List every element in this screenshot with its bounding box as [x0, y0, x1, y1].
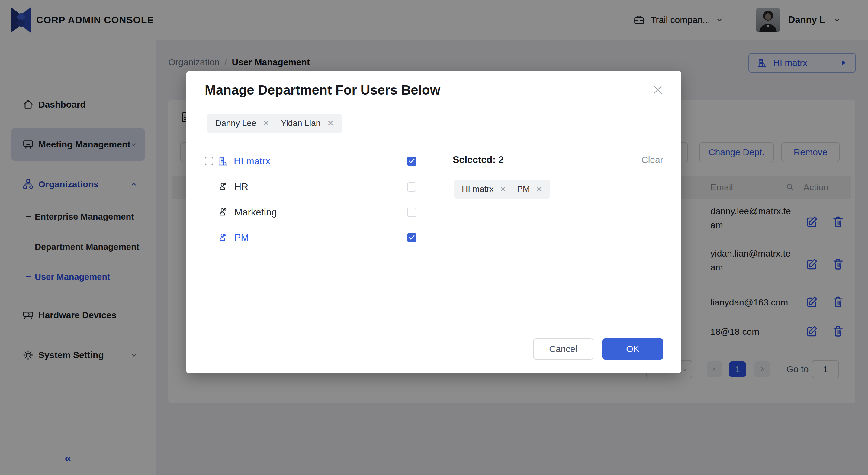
- close-icon[interactable]: [651, 83, 664, 96]
- remove-chip-icon[interactable]: ✕: [500, 185, 506, 194]
- tree-node-pm[interactable]: PM: [218, 229, 249, 246]
- remove-chip-icon[interactable]: ✕: [263, 119, 270, 127]
- user-chip-label: Yidan Lian: [281, 118, 320, 128]
- tree-connector: [209, 187, 215, 187]
- cancel-button[interactable]: Cancel: [533, 338, 593, 360]
- tree-collapse-toggle[interactable]: [205, 157, 213, 165]
- department-user-icon: [218, 207, 229, 217]
- remove-chip-icon[interactable]: ✕: [327, 119, 334, 127]
- modal-title: Manage Department For Users Below: [205, 83, 440, 98]
- selected-chip: HI matrx ✕: [454, 180, 514, 199]
- remove-chip-icon[interactable]: ✕: [536, 185, 542, 194]
- department-user-icon: [218, 232, 229, 243]
- building-icon: [217, 156, 228, 167]
- user-chip: Danny Lee ✕: [207, 114, 278, 133]
- divider: [186, 320, 681, 320]
- panel-divider: [434, 142, 434, 320]
- selected-chip-label: PM: [517, 184, 530, 194]
- tree-node-label: Marketing: [235, 207, 277, 218]
- tree-checkbox[interactable]: [407, 182, 416, 191]
- tree-node-label: HR: [235, 181, 248, 192]
- tree-connector: [209, 212, 215, 212]
- tree-node-label: HI matrx: [234, 156, 270, 167]
- selected-chip-label: HI matrx: [462, 184, 494, 194]
- tree-checkbox[interactable]: [407, 233, 416, 242]
- ok-button[interactable]: OK: [602, 338, 663, 360]
- selected-count-label: Selected: 2: [453, 154, 504, 165]
- tree-connector: [209, 166, 209, 237]
- tree-checkbox[interactable]: [407, 156, 416, 166]
- tree-checkbox[interactable]: [407, 208, 416, 217]
- divider: [186, 142, 681, 142]
- department-user-icon: [218, 181, 229, 192]
- user-chip: Yidan Lian ✕: [272, 114, 342, 133]
- tree-node-label: PM: [235, 232, 249, 243]
- tree-node-hr[interactable]: HR: [218, 178, 248, 196]
- tree-node-root[interactable]: HI matrx: [217, 152, 270, 170]
- selected-chip: PM ✕: [509, 180, 550, 199]
- tree-node-marketing[interactable]: Marketing: [218, 203, 277, 221]
- clear-selection-button[interactable]: Clear: [642, 155, 663, 165]
- manage-department-modal: Manage Department For Users Below Danny …: [186, 71, 681, 373]
- tree-connector: [209, 237, 215, 238]
- user-chip-label: Danny Lee: [215, 118, 256, 128]
